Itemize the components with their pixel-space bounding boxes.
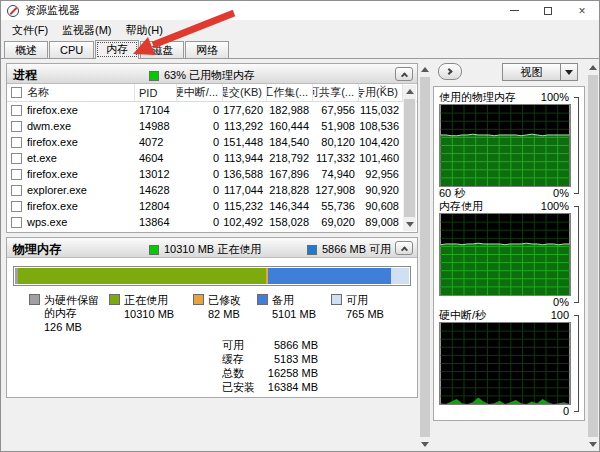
tab-4[interactable]: 网络 bbox=[185, 41, 229, 58]
scrollbar-thumb[interactable] bbox=[588, 75, 598, 437]
column-header-5[interactable]: 可共享(... bbox=[313, 84, 359, 101]
row-checkbox[interactable] bbox=[11, 201, 22, 212]
scroll-down-button[interactable] bbox=[419, 438, 431, 451]
chevron-up-icon bbox=[400, 72, 407, 79]
table-row[interactable]: wps.exe138640102,492158,02869,02089,008 bbox=[7, 214, 417, 230]
chart-area bbox=[439, 104, 571, 187]
row-checkbox[interactable] bbox=[11, 121, 22, 132]
scroll-down-button[interactable] bbox=[403, 218, 416, 231]
cell: 14988 bbox=[135, 118, 177, 134]
select-all-checkbox[interactable] bbox=[11, 87, 22, 98]
table-row[interactable]: dwm.exe149880113,292160,44451,908108,536 bbox=[7, 118, 417, 134]
window-title: 资源监视器 bbox=[25, 3, 80, 18]
stat-label: 已安装 bbox=[222, 380, 255, 394]
chart-used-physical-memory: 使用的物理内存 100% 60 秒 0% bbox=[439, 91, 579, 200]
scroll-up-button[interactable] bbox=[587, 61, 599, 74]
cell: 80,120 bbox=[313, 134, 359, 150]
left-pane-scrollbar[interactable] bbox=[419, 63, 431, 451]
cell: 74,940 bbox=[313, 166, 359, 182]
legend-swatch-icon bbox=[257, 294, 268, 305]
table-row[interactable]: firefox.exe128040115,232146,34455,73690,… bbox=[7, 198, 417, 214]
row-checkbox[interactable] bbox=[11, 137, 22, 148]
cell: 13012 bbox=[135, 166, 177, 182]
processes-status-text: 63% 已用物理内存 bbox=[164, 68, 255, 83]
physical-memory-header: 物理内存 10310 MB 正在使用 5866 MB 可用 bbox=[7, 238, 417, 258]
cell: 218,792 bbox=[267, 150, 313, 166]
row-checkbox[interactable] bbox=[11, 105, 22, 116]
tab-2[interactable]: 内存 bbox=[95, 40, 139, 59]
views-dropdown-arrow[interactable] bbox=[560, 64, 577, 80]
right-pane-scrollbar[interactable] bbox=[587, 61, 599, 451]
chart-max-label: 100% bbox=[541, 91, 569, 104]
in-use-text: 10310 MB 正在使用 bbox=[164, 242, 261, 257]
axis-bracket bbox=[574, 315, 579, 412]
row-checkbox[interactable] bbox=[11, 153, 22, 164]
chevron-right-icon bbox=[445, 68, 452, 75]
in-use-status: 10310 MB 正在使用 bbox=[149, 242, 261, 257]
menu-item-1[interactable]: 监视器(M) bbox=[55, 21, 119, 40]
cell: 218,828 bbox=[267, 182, 313, 198]
tab-0[interactable]: 概述 bbox=[4, 41, 48, 58]
column-header-2[interactable]: 硬中断/... bbox=[177, 84, 223, 101]
row-checkbox[interactable] bbox=[11, 185, 22, 196]
stat-row-2: 总数16258 MB bbox=[222, 366, 318, 380]
tab-1[interactable]: CPU bbox=[49, 41, 94, 58]
legend-swatch-icon bbox=[331, 294, 342, 305]
right-toolbar: 视图 bbox=[438, 63, 584, 83]
minimize-button[interactable] bbox=[497, 1, 531, 20]
scrollbar-thumb[interactable] bbox=[420, 77, 430, 437]
table-row[interactable]: explorer.exe146280117,044218,828127,9089… bbox=[7, 182, 417, 198]
menu-item-0[interactable]: 文件(F) bbox=[5, 21, 55, 40]
memory-stats: 可用5866 MB缓存5183 MB总数16258 MB已安装16384 MB bbox=[222, 338, 318, 394]
legend-item-2: 已修改82 MB bbox=[193, 294, 257, 334]
menu-bar: 文件(F)监视器(M)帮助(H) bbox=[1, 20, 599, 40]
collapse-charts-button[interactable] bbox=[438, 63, 462, 80]
processes-collapse-button[interactable] bbox=[395, 67, 413, 81]
processes-panel: 进程 63% 已用物理内存 名称PID硬中断/...提交(KB)工作集(...可… bbox=[6, 63, 418, 233]
close-button[interactable]: × bbox=[565, 1, 599, 20]
memory-legend: 为硬件保留的内存126 MB正在使用10310 MB已修改82 MB备用5101… bbox=[29, 294, 411, 334]
cell: 146,344 bbox=[267, 198, 313, 214]
in-use-swatch-icon bbox=[149, 245, 159, 255]
available-status: 5866 MB 可用 bbox=[307, 242, 391, 257]
column-header-3[interactable]: 提交(KB) bbox=[223, 84, 267, 101]
scroll-up-button[interactable] bbox=[419, 63, 431, 76]
scroll-up-button[interactable] bbox=[403, 85, 416, 98]
cell: 108,536 bbox=[359, 118, 403, 134]
tab-3[interactable]: 磁盘 bbox=[140, 41, 184, 58]
stat-value: 5866 MB bbox=[274, 338, 318, 352]
row-checkbox[interactable] bbox=[11, 217, 22, 228]
column-header-1[interactable]: PID bbox=[135, 84, 177, 101]
row-checkbox[interactable] bbox=[11, 169, 22, 180]
cell: 12804 bbox=[135, 198, 177, 214]
process-name-cell: wps.exe bbox=[7, 214, 135, 230]
table-row[interactable]: firefox.exe40720151,448184,54080,120104,… bbox=[7, 134, 417, 150]
table-row[interactable]: et.exe46040113,944218,792117,332101,460 bbox=[7, 150, 417, 166]
charts-panel: 使用的物理内存 100% 60 秒 0% 内存使用 100% bbox=[433, 86, 585, 421]
scrollbar-thumb[interactable] bbox=[404, 99, 415, 217]
legend-swatch-icon bbox=[29, 294, 40, 305]
cell: 14628 bbox=[135, 182, 177, 198]
views-dropdown[interactable]: 视图 bbox=[502, 63, 578, 81]
column-header-6[interactable]: 专用(KB) bbox=[359, 84, 403, 101]
maximize-button[interactable] bbox=[531, 1, 565, 20]
processes-table-scrollbar[interactable] bbox=[403, 85, 416, 231]
scroll-down-button[interactable] bbox=[587, 438, 599, 451]
physical-memory-collapse-button[interactable] bbox=[395, 241, 413, 255]
arrow-up-icon bbox=[589, 65, 597, 70]
legend-text: 备用5101 MB bbox=[272, 294, 316, 334]
table-row[interactable]: firefox.exe130120136,588167,89674,94092,… bbox=[7, 166, 417, 182]
legend-label: 备用 bbox=[272, 294, 316, 307]
legend-value: 82 MB bbox=[208, 308, 241, 321]
app-icon bbox=[7, 5, 19, 17]
column-header-0[interactable]: 名称 bbox=[7, 84, 135, 101]
cell: 0 bbox=[177, 118, 223, 134]
table-row[interactable]: firefox.exe171040177,620182,98867,956115… bbox=[7, 102, 417, 118]
column-header-4[interactable]: 工作集(... bbox=[267, 84, 313, 101]
stat-value: 16258 MB bbox=[268, 366, 318, 380]
maximize-icon bbox=[544, 7, 552, 15]
cell: 90,608 bbox=[359, 198, 403, 214]
cell: 0 bbox=[177, 214, 223, 230]
legend-item-3: 备用5101 MB bbox=[257, 294, 331, 334]
menu-item-2[interactable]: 帮助(H) bbox=[119, 21, 170, 40]
